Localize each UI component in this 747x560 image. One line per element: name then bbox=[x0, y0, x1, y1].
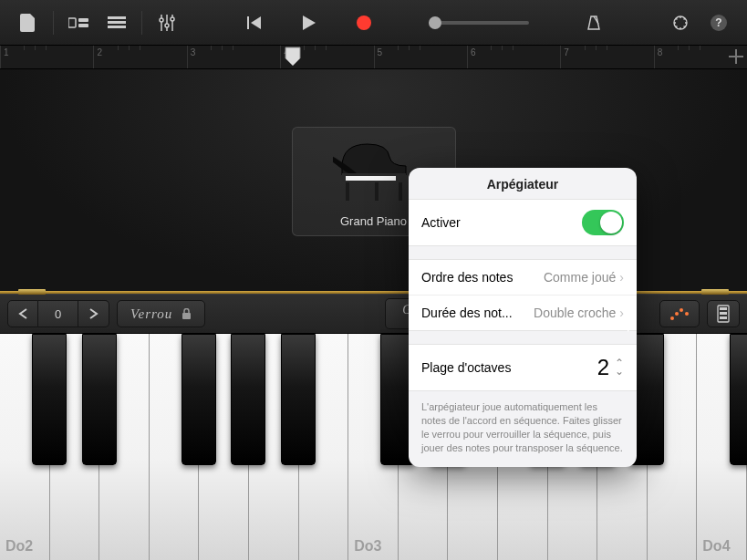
octave-down-button[interactable] bbox=[7, 300, 38, 327]
note-rate-value: Double croche bbox=[534, 306, 616, 320]
white-key[interactable] bbox=[299, 334, 349, 560]
svg-point-25 bbox=[670, 316, 674, 320]
white-key[interactable] bbox=[648, 334, 698, 560]
octave-up-button[interactable] bbox=[78, 300, 109, 327]
playhead-marker[interactable] bbox=[284, 46, 302, 69]
svg-rect-20 bbox=[346, 176, 396, 181]
measure: 3 bbox=[187, 46, 280, 68]
svg-rect-4 bbox=[108, 21, 126, 24]
octave-range-label: Plage d'octaves bbox=[421, 360, 511, 375]
octave-range-value: 2 bbox=[597, 355, 609, 380]
grand-piano-icon bbox=[333, 135, 415, 203]
measure: 7 bbox=[560, 46, 653, 68]
svg-rect-12 bbox=[247, 16, 249, 29]
mixer-button[interactable] bbox=[150, 8, 184, 37]
activate-row: Activer bbox=[409, 200, 637, 245]
keyboard-layout-button[interactable] bbox=[707, 300, 740, 327]
octave-range-stepper[interactable]: 2 ⌃ ⌄ bbox=[597, 355, 624, 380]
svg-rect-3 bbox=[108, 16, 126, 19]
svg-rect-23 bbox=[375, 182, 379, 201]
white-key[interactable]: Do4 bbox=[697, 334, 747, 560]
note-order-row[interactable]: Ordre des notes Comme joué › bbox=[409, 260, 637, 296]
svg-point-27 bbox=[680, 308, 683, 312]
svg-point-26 bbox=[675, 312, 679, 316]
note-order-label: Ordre des notes bbox=[421, 270, 513, 285]
chevron-right-icon: › bbox=[619, 270, 624, 285]
svg-rect-22 bbox=[399, 182, 402, 201]
key-label: Do2 bbox=[5, 538, 33, 555]
activate-toggle[interactable] bbox=[582, 210, 624, 235]
svg-rect-0 bbox=[68, 18, 76, 27]
rewind-button[interactable] bbox=[237, 8, 272, 37]
svg-point-11 bbox=[171, 17, 174, 21]
svg-rect-1 bbox=[78, 18, 88, 22]
timeline-ruler[interactable]: 1 2 3 4 5 6 7 8 bbox=[0, 46, 747, 69]
record-button[interactable] bbox=[347, 8, 381, 37]
sustain-lock-button[interactable]: Verrou bbox=[117, 300, 205, 327]
help-button[interactable]: ? bbox=[701, 8, 736, 37]
lock-icon bbox=[182, 308, 192, 320]
arpeggiator-button[interactable] bbox=[659, 300, 700, 327]
arpeggiator-popover: Arpégiateur Activer Ordre des notes Comm… bbox=[409, 168, 637, 467]
svg-rect-5 bbox=[108, 26, 126, 28]
white-key[interactable] bbox=[150, 334, 200, 560]
white-key[interactable] bbox=[199, 334, 249, 560]
key-label: Do3 bbox=[354, 538, 381, 555]
white-key[interactable]: Do2 bbox=[0, 334, 50, 560]
my-songs-button[interactable] bbox=[11, 8, 46, 37]
note-order-value: Comme joué bbox=[544, 270, 616, 285]
octave-value: 0 bbox=[38, 300, 78, 327]
tracks-button[interactable] bbox=[99, 8, 134, 37]
white-key[interactable] bbox=[99, 334, 150, 560]
svg-point-28 bbox=[685, 312, 689, 316]
svg-rect-31 bbox=[720, 312, 727, 315]
measure: 2 bbox=[93, 46, 186, 68]
note-rate-row[interactable]: Durée des not... Double croche › bbox=[409, 296, 637, 330]
measure: 5 bbox=[374, 46, 467, 68]
play-button[interactable] bbox=[292, 8, 327, 37]
note-rate-label: Durée des not... bbox=[421, 306, 513, 320]
octave-range-row: Plage d'octaves 2 ⌃ ⌄ bbox=[409, 345, 637, 390]
measure: 6 bbox=[467, 46, 560, 68]
white-key[interactable] bbox=[249, 334, 299, 560]
measure: 1 bbox=[0, 46, 93, 68]
top-toolbar: ? bbox=[0, 0, 747, 46]
master-volume-slider[interactable] bbox=[429, 21, 529, 25]
white-key[interactable]: Do3 bbox=[348, 334, 399, 560]
svg-rect-32 bbox=[720, 316, 727, 319]
activate-label: Activer bbox=[421, 215, 461, 230]
popover-footer: L'arpégiateur joue automatiquement les n… bbox=[409, 391, 637, 467]
hinge-icon bbox=[18, 289, 46, 295]
svg-point-7 bbox=[160, 18, 163, 22]
svg-rect-24 bbox=[182, 313, 191, 319]
popover-title: Arpégiateur bbox=[409, 168, 637, 199]
add-section-button[interactable] bbox=[729, 49, 743, 64]
svg-point-9 bbox=[165, 24, 169, 27]
svg-point-13 bbox=[357, 16, 371, 30]
key-label: Do4 bbox=[702, 538, 730, 555]
lock-label: Verrou bbox=[130, 306, 172, 322]
metronome-button[interactable] bbox=[576, 8, 611, 37]
browser-button[interactable] bbox=[61, 8, 96, 37]
chevron-down-icon[interactable]: ⌄ bbox=[615, 368, 624, 376]
settings-button[interactable] bbox=[663, 8, 698, 37]
instrument-name: Grand Piano bbox=[340, 214, 407, 228]
white-key[interactable] bbox=[50, 334, 100, 560]
svg-text:?: ? bbox=[715, 16, 721, 29]
svg-rect-21 bbox=[346, 182, 349, 201]
svg-rect-2 bbox=[78, 24, 88, 27]
octave-stepper: 0 bbox=[7, 300, 109, 327]
svg-rect-30 bbox=[720, 307, 727, 310]
chevron-right-icon: › bbox=[619, 306, 624, 320]
hinge-icon bbox=[701, 289, 729, 295]
